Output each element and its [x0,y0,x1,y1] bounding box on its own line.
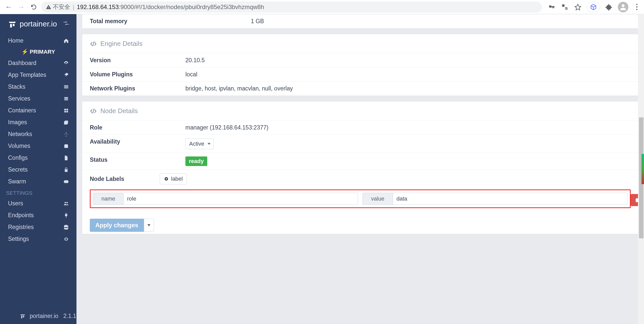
panel-title: Node Details [100,107,138,115]
sidebar-item-users[interactable]: Users [0,198,76,209]
scrollbar-track[interactable] [638,14,644,324]
node-labels-header: Node Labels label [90,173,631,184]
sidebar-item-label: Containers [8,107,36,114]
puzzle-icon[interactable] [605,3,613,11]
sidebar-item-stacks[interactable]: Stacks [0,81,76,93]
sidebar-item-label: Endpoints [8,212,34,219]
sidebar-item-label: Users [8,200,23,207]
sidebar-header: portainer.io [0,14,76,35]
label-value-input[interactable] [393,193,627,205]
reload-button[interactable] [29,2,39,12]
url-host: 192.168.64.153 [77,4,119,10]
label-node-labels: Node Labels [90,176,154,182]
label-name-input[interactable] [123,193,358,205]
insecure-badge: 不安全 [46,3,70,11]
sidebar-item-label: Home [8,37,23,44]
file-icon [63,155,69,161]
sidebar-item-volumes[interactable]: Volumes [0,140,76,152]
label-role: Role [90,124,185,131]
sidebar-item-dashboard[interactable]: Dashboard [0,57,76,69]
brand-text: portainer.io [20,20,57,28]
label-version: Version [90,57,185,64]
dashboard-icon [63,60,69,66]
label-network-plugins: Network Plugins [90,85,185,92]
sidebar-item-label: Dashboard [8,60,36,67]
row-volume-plugins: Volume Pluginslocal [82,68,638,82]
label-total-memory: Total memory [90,18,251,25]
row-availability: Availability Active [82,135,638,153]
add-label-button[interactable]: label [160,173,187,184]
sidebar-item-secrets[interactable]: Secrets [0,164,76,176]
home-icon [63,38,69,44]
database-icon [63,224,69,230]
sidebar-item-label: Networks [8,131,32,138]
code-icon [90,40,97,47]
apply-changes-group: Apply changes [90,219,638,232]
value-version: 20.10.5 [185,57,631,64]
brand-logo[interactable]: portainer.io [7,19,57,29]
profile-avatar[interactable] [618,2,628,12]
scroll-minimap [641,154,644,184]
plug-icon: ⚡ [21,49,28,55]
containers-icon [63,108,69,113]
addon-name: name [93,193,123,205]
main-content: Total memory 1 GB Engine Details Version… [76,14,644,324]
sidebar-item-registries[interactable]: Registries [0,221,76,233]
sidebar-item-configs[interactable]: Configs [0,152,76,164]
row-total-memory: Total memory 1 GB [82,14,638,28]
sidebar-item-label: Secrets [8,166,28,173]
row-network-plugins: Network Pluginsbridge, host, ipvlan, mac… [82,82,638,95]
sidebar-item-images[interactable]: Images [0,116,76,128]
back-button[interactable]: ← [4,2,14,12]
address-bar[interactable]: 不安全 | 192.168.64.153:9000/#!/1/docker/no… [41,2,542,13]
sidebar-item-label: Registries [8,224,34,231]
stacks-icon [63,84,69,90]
panel-host-tail: Total memory 1 GB [82,14,638,28]
chrome-menu-icon[interactable] [633,4,640,10]
row-role: Rolemanager (192.168.64.153:2377) [82,121,638,135]
sidebar-settings-heading: SETTINGS [0,187,76,198]
apply-changes-button[interactable]: Apply changes [90,219,144,232]
sidebar-item-services[interactable]: Services [0,93,76,105]
sidebar-collapse-icon[interactable] [62,20,70,27]
sidebar-item-label: Settings [8,236,29,242]
plug-icon [63,213,69,218]
sidebar-group-label: PRIMARY [30,49,55,55]
translate-icon[interactable] [560,3,569,11]
label-value-group: value [363,193,627,205]
cogs-icon [63,236,69,242]
url-path: /#!/1/docker/nodes/pbui0rdry85e25i3bvhzm… [134,4,264,10]
sidebar-item-label: Services [8,95,30,102]
svg-point-0 [622,4,624,7]
sidebar-item-endpoints[interactable]: Endpoints [0,209,76,221]
sidebar-item-swarm[interactable]: Swarm [0,176,76,187]
availability-select-wrap: Active [185,138,214,149]
sidebar-item-label: Images [8,119,27,126]
panel-heading-node: Node Details [82,102,638,121]
code-icon [90,108,97,115]
apply-changes-dropdown[interactable] [144,219,154,232]
row-version: Version20.10.5 [82,53,638,68]
sidebar-item-settings[interactable]: Settings [0,233,76,245]
label-availability: Availability [90,138,185,149]
sidebar-item-networks[interactable]: Networks [0,128,76,140]
forward-button[interactable]: → [16,2,26,12]
value-total-memory: 1 GB [251,18,631,25]
panel-node-details: Node Details Rolemanager (192.168.64.153… [82,101,638,234]
star-icon[interactable] [574,3,582,11]
footer-brand: portainer.io [30,313,58,319]
sidebar-item-containers[interactable]: Containers [0,105,76,116]
panel-title: Engine Details [100,40,143,48]
key-icon[interactable] [547,3,556,11]
plus-circle-icon [164,177,169,181]
sidebar-item-app-templates[interactable]: App Templates [0,69,76,81]
extension-cube-icon[interactable] [587,2,600,12]
chrome-actions [544,2,640,12]
browser-toolbar: ← → 不安全 | 192.168.64.153:9000/#!/1/docke… [0,0,644,14]
availability-select[interactable]: Active [185,138,214,149]
sidebar-item-home[interactable]: Home [0,35,76,47]
url-separator: | [73,4,74,11]
value-volume-plugins: local [185,71,631,78]
add-label-text: label [171,176,183,182]
status-badge: ready [185,156,207,166]
